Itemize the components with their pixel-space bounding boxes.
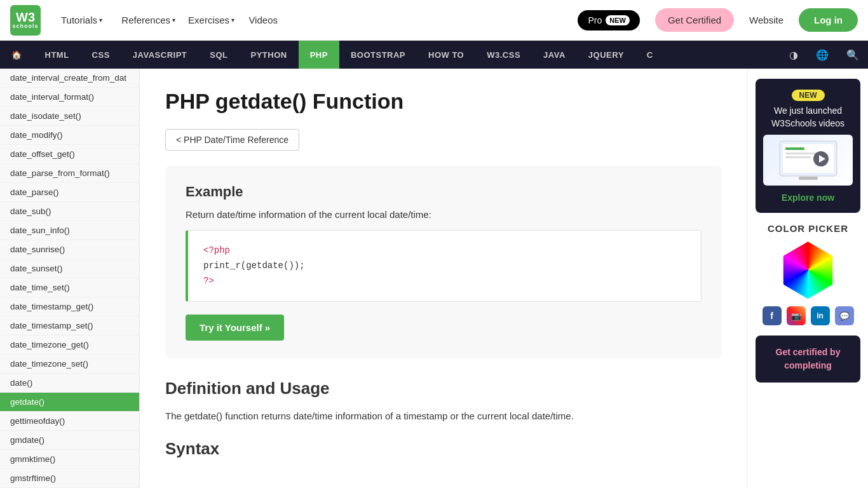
main-content-area: PHP getdate() Function < PHP Date/Time R… [140, 69, 747, 488]
login-button[interactable]: Log in [799, 8, 858, 32]
exercises-link[interactable]: Exercises ▾ [183, 12, 241, 28]
color-picker-title: COLOR PICKER [756, 223, 860, 234]
svg-rect-2 [785, 147, 804, 150]
get-certified-card: Get certified by completing [756, 336, 860, 383]
color-picker-section: COLOR PICKER f 📷 in 💬 [756, 223, 860, 325]
list-item[interactable]: date_sunset() [0, 259, 139, 278]
logo-w3-text: W3 [16, 11, 35, 24]
example-description: Return date/time information of the curr… [186, 209, 702, 220]
social-icons-row: f 📷 in 💬 [756, 306, 860, 325]
sec-nav-css[interactable]: CSS [81, 41, 121, 69]
sec-nav-jquery[interactable]: JQUERY [577, 41, 635, 69]
exercises-caret: ▾ [231, 17, 234, 24]
pro-new-badge: NEW [606, 15, 630, 25]
list-item[interactable]: date_timezone_set() [0, 355, 139, 374]
logo-schools-text: schools [12, 24, 38, 29]
sec-nav-javascript[interactable]: JAVASCRIPT [121, 41, 198, 69]
list-item[interactable]: date_interval_create_from_dat [0, 69, 139, 88]
list-item[interactable]: gettimeofday() [0, 412, 139, 431]
code-line-3: ?> [203, 274, 686, 289]
sec-nav-html[interactable]: HTML [34, 41, 81, 69]
main-layout: date_interval_create_from_dat date_inter… [0, 69, 868, 488]
right-sidebar: NEW We just launched W3Schools videos Ex… [747, 69, 868, 488]
sec-nav-w3css[interactable]: W3.CSS [475, 41, 532, 69]
sec-nav-sql[interactable]: SQL [198, 41, 239, 69]
left-sidebar: date_interval_create_from_dat date_inter… [0, 69, 140, 488]
secondary-navbar: 🏠 HTML CSS JAVASCRIPT SQL PYTHON PHP BOO… [0, 41, 868, 69]
globe-icon[interactable]: 🌐 [807, 41, 837, 69]
list-item[interactable]: date_timestamp_set() [0, 316, 139, 336]
w3-logo: W3 schools [10, 5, 41, 36]
list-item[interactable]: gmmktime() [0, 450, 139, 469]
sec-nav-bootstrap[interactable]: BOOTSTRAP [339, 41, 417, 69]
promo-card-title: We just launched W3Schools videos [763, 105, 853, 130]
list-item[interactable]: date_time_set() [0, 278, 139, 297]
example-box: Example Return date/time information of … [165, 166, 722, 358]
page-title: PHP getdate() Function [165, 89, 722, 114]
discord-icon[interactable]: 💬 [835, 306, 854, 325]
svg-rect-3 [785, 152, 817, 154]
syntax-title: Syntax [165, 439, 722, 459]
code-line-1: <?php [203, 243, 686, 259]
list-item[interactable]: date_modify() [0, 126, 139, 145]
list-item[interactable]: date_sub() [0, 202, 139, 221]
list-item[interactable]: date_interval_format() [0, 88, 139, 107]
sec-nav-howto[interactable]: HOW TO [417, 41, 475, 69]
list-item[interactable]: gmstrftime() [0, 469, 139, 488]
website-link[interactable]: Website [749, 15, 783, 25]
breadcrumb[interactable]: < PHP Date/Time Reference [165, 129, 299, 151]
new-badge: NEW [792, 90, 825, 101]
logo-link[interactable]: W3 schools [10, 5, 41, 36]
list-item[interactable]: date_timezone_get() [0, 336, 139, 355]
explore-now-link[interactable]: Explore now [782, 193, 834, 203]
svg-rect-7 [799, 177, 818, 180]
references-link[interactable]: References ▾ [116, 12, 180, 28]
list-item[interactable]: date_offset_get() [0, 145, 139, 164]
try-it-yourself-button[interactable]: Try it Yourself » [186, 315, 284, 341]
linkedin-icon[interactable]: in [811, 306, 830, 325]
definition-title: Definition and Usage [165, 379, 722, 398]
instagram-icon[interactable]: 📷 [787, 306, 806, 325]
promo-card: NEW We just launched W3Schools videos Ex… [756, 79, 860, 213]
references-caret: ▾ [172, 17, 175, 24]
top-nav-links: Tutorials ▾ References ▾ Exercises ▾ Vid… [56, 12, 302, 28]
code-block: <?php print_r(getdate()); ?> [186, 230, 702, 302]
contrast-icon[interactable]: ◑ [780, 41, 807, 69]
list-item[interactable]: gmdate() [0, 431, 139, 450]
list-item[interactable]: date_isodate_set() [0, 107, 139, 126]
sec-nav-java[interactable]: JAVA [532, 41, 577, 69]
tutorials-link[interactable]: Tutorials ▾ [56, 12, 114, 28]
promo-image [763, 135, 853, 186]
code-line-2: print_r(getdate()); [203, 259, 686, 274]
sec-nav-icon-group: ◑ 🌐 🔍 [780, 41, 868, 69]
pro-button[interactable]: Pro NEW [578, 10, 639, 30]
list-item[interactable]: date_sunrise() [0, 240, 139, 259]
list-item[interactable]: date_sun_info() [0, 221, 139, 240]
facebook-icon[interactable]: f [763, 306, 782, 325]
get-certified-button[interactable]: Get Certified [655, 8, 734, 32]
sec-nav-php[interactable]: PHP [299, 41, 339, 69]
top-navbar: W3 schools Tutorials ▾ References ▾ Exer… [0, 0, 868, 41]
search-icon[interactable]: 🔍 [837, 41, 868, 69]
pro-label: Pro [588, 15, 602, 25]
videos-link[interactable]: Videos [243, 12, 301, 28]
list-item[interactable]: date_parse() [0, 183, 139, 202]
list-item[interactable]: date() [0, 374, 139, 393]
sec-nav-c[interactable]: C [635, 41, 665, 69]
sec-nav-python[interactable]: PYTHON [240, 41, 299, 69]
svg-rect-4 [785, 156, 811, 158]
tutorials-caret: ▾ [99, 17, 102, 24]
list-item-active[interactable]: getdate() [0, 393, 139, 412]
example-title: Example [186, 184, 702, 200]
list-item[interactable]: date_timestamp_get() [0, 297, 139, 316]
get-certified-text: Get certified by completing [776, 347, 841, 370]
definition-text: The getdate() function returns date/time… [165, 409, 722, 424]
list-item[interactable]: date_parse_from_format() [0, 164, 139, 183]
sec-nav-home[interactable]: 🏠 [0, 41, 34, 69]
color-wheel[interactable] [780, 241, 837, 299]
